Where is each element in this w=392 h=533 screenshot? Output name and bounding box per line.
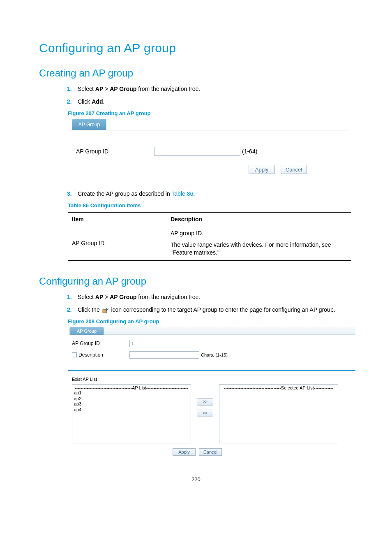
step-2: Click Add. xyxy=(78,97,353,106)
move-right-button[interactable]: >> xyxy=(197,398,213,406)
step-2b: Click the icon corresponding to the targ… xyxy=(78,306,353,314)
figure-caption-207: Figure 207 Creating an AP group xyxy=(68,110,353,116)
table-cell-item: AP Group ID xyxy=(68,226,166,261)
list-item[interactable]: ap1 xyxy=(74,390,190,396)
ap-group-id-input[interactable] xyxy=(154,147,240,156)
figure-caption-208: Figure 208 Configuring an AP group xyxy=(68,318,353,324)
step-1: Select AP > AP Group from the navigation… xyxy=(78,85,353,93)
table-row: AP Group ID AP group ID. The value range… xyxy=(68,226,351,261)
ap-group-id-hint: (1-64) xyxy=(242,148,257,155)
move-left-button[interactable]: << xyxy=(197,410,213,417)
tab-ap-group[interactable]: AP Group xyxy=(72,119,106,130)
list-item[interactable]: ap4 xyxy=(74,407,190,413)
ap-list-header: --------------------------------------AP… xyxy=(73,385,190,390)
cancel-button-2[interactable]: Cancel xyxy=(199,448,222,456)
figure-208: AP Group AP Group ID Description Chars. … xyxy=(68,327,355,456)
ap-group-id-label: AP Group ID xyxy=(76,148,154,155)
selected-ap-list-box[interactable]: --------------------------------------Se… xyxy=(219,384,338,443)
description-hint: Chars. (1-15) xyxy=(201,352,228,357)
section-heading-configuring: Configuring an AP group xyxy=(39,276,353,287)
tab-ap-group-2[interactable]: AP Group xyxy=(69,327,104,335)
section-heading-creating: Creating an AP group xyxy=(39,67,353,79)
cancel-button[interactable]: Cancel xyxy=(281,165,307,174)
step-1b: Select AP > AP Group from the navigation… xyxy=(78,293,353,301)
ap-group-id-label-2: AP Group ID xyxy=(72,341,129,346)
figure-207: AP Group AP Group ID (1-64) Apply Cancel xyxy=(68,119,347,182)
table-header-item: Item xyxy=(68,212,166,226)
page-title: Configuring an AP group xyxy=(39,41,353,55)
apply-button[interactable]: Apply xyxy=(249,165,275,174)
table-86: Item Description AP Group ID AP group ID… xyxy=(68,212,351,261)
table-caption-86: Table 86 Configuration items xyxy=(68,202,353,209)
table-header-description: Description xyxy=(166,212,351,226)
description-input[interactable] xyxy=(129,351,199,359)
table-cell-desc: AP group ID. The value range varies with… xyxy=(166,226,351,261)
list-item[interactable]: ap3 xyxy=(74,401,190,407)
apply-button-2[interactable]: Apply xyxy=(173,448,196,456)
ap-list-box[interactable]: --------------------------------------AP… xyxy=(72,384,191,443)
selected-ap-list-header: --------------------------------------Se… xyxy=(220,385,337,390)
table-86-link[interactable]: Table 86 xyxy=(171,190,193,197)
exist-ap-list-label: Exist AP List xyxy=(72,377,355,382)
description-checkbox[interactable] xyxy=(72,352,77,357)
page-number: 220 xyxy=(39,476,353,482)
step-3: Create the AP group as described in Tabl… xyxy=(78,190,353,198)
ap-group-id-input-2[interactable] xyxy=(129,340,199,347)
configure-icon xyxy=(102,307,109,313)
description-label: Description xyxy=(78,352,103,358)
list-item[interactable]: ap2 xyxy=(74,396,190,402)
